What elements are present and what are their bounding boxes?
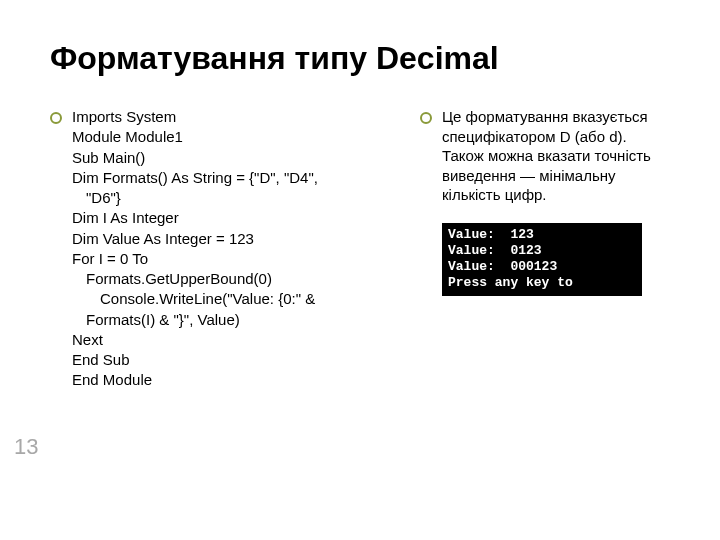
code-line: Formats.GetUpperBound(0)	[72, 269, 318, 289]
code-line: Dim Formats() As String = {"D", "D4",	[72, 168, 318, 188]
left-column: Imports System Module Module1 Sub Main()…	[50, 107, 400, 391]
code-line: End Sub	[72, 350, 318, 370]
code-block: Imports System Module Module1 Sub Main()…	[72, 107, 318, 391]
code-line: Module Module1	[72, 127, 318, 147]
code-line: Console.WriteLine("Value: {0:" &	[72, 289, 318, 309]
description-wrap: Це форматування вказується специфікаторо…	[420, 107, 670, 205]
slide: Форматування типу Decimal Imports System…	[0, 0, 720, 540]
code-line: Next	[72, 330, 318, 350]
code-line: Dim I As Integer	[72, 208, 318, 228]
page-number: 13	[14, 434, 38, 460]
code-line: End Module	[72, 370, 318, 390]
bullet-icon	[420, 112, 432, 124]
bullet-icon	[50, 112, 62, 124]
right-column: Це форматування вказується специфікаторо…	[420, 107, 670, 391]
console-output: Value: 123 Value: 0123 Value: 000123 Pre…	[442, 223, 642, 296]
code-line: Imports System	[72, 107, 318, 127]
code-line: For I = 0 To	[72, 249, 318, 269]
code-line: "D6"}	[72, 188, 318, 208]
code-line: Formats(I) & "}", Value)	[72, 310, 318, 330]
slide-title: Форматування типу Decimal	[50, 40, 670, 77]
code-line: Sub Main()	[72, 148, 318, 168]
description-text: Це форматування вказується специфікаторо…	[442, 107, 670, 205]
code-line: Dim Value As Integer = 123	[72, 229, 318, 249]
content-area: Imports System Module Module1 Sub Main()…	[50, 107, 670, 391]
